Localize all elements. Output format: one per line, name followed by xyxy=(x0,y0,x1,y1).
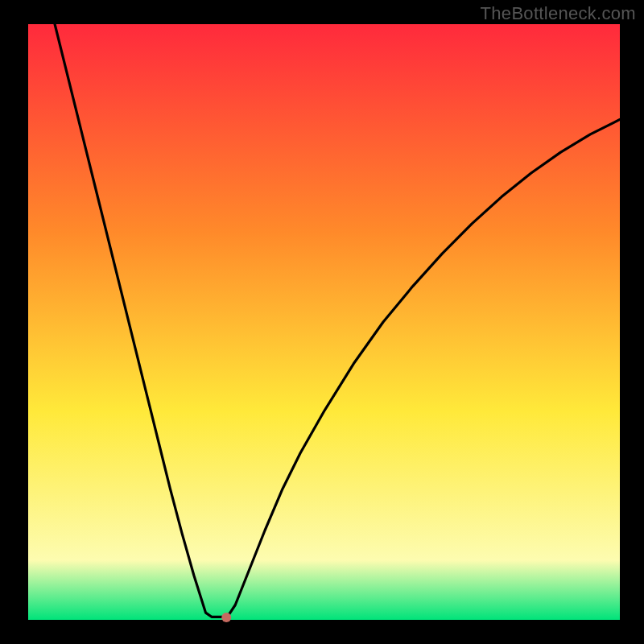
watermark-text: TheBottleneck.com xyxy=(481,3,636,24)
gradient-background xyxy=(28,24,620,620)
optimal-point-marker xyxy=(221,613,231,622)
bottleneck-chart xyxy=(0,0,644,644)
chart-frame: { "watermark": "TheBottleneck.com", "col… xyxy=(0,0,644,644)
